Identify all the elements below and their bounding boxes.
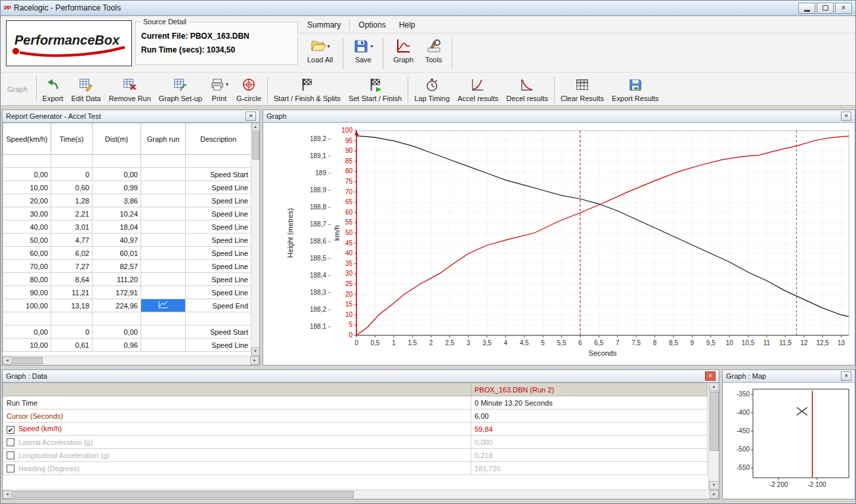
dropdown-arrow-icon[interactable]: ▾ <box>328 43 330 49</box>
report-cell-graph-run[interactable] <box>141 260 186 273</box>
report-row[interactable]: 60,006,0260,01Speed Line <box>3 247 251 260</box>
scrollbar-thumb[interactable] <box>12 357 43 364</box>
data-row[interactable]: Longitudinal Acceleration (g)0,218 <box>3 449 708 462</box>
data-cell-label[interactable]: Cursor (Seconds) <box>3 410 471 423</box>
report-cell-description[interactable]: Speed Line <box>186 247 251 260</box>
data-cell-label[interactable]: ✔Speed (km/h) <box>3 423 471 436</box>
report-cell-graph-run[interactable] <box>141 155 186 168</box>
graph-chart[interactable]: 00,511,522,533,544,555,566,577,588,599,5… <box>263 123 855 365</box>
report-cell-graph-run[interactable] <box>141 207 186 220</box>
data-horizontal-scrollbar[interactable]: ◄ ► <box>3 490 719 499</box>
data-row[interactable]: ✔Speed (km/h)59,84 <box>3 423 708 436</box>
data-cell-label[interactable]: Heading (Degrees) <box>3 462 471 475</box>
data-run-header[interactable]: PBOX_163.DBN (Run 2) <box>471 383 708 396</box>
report-cell-dist[interactable] <box>93 312 141 326</box>
report-cell-dist[interactable]: 111,20 <box>93 273 141 286</box>
report-column-dist-m[interactable]: Dist(m) <box>93 123 141 155</box>
report-cell-graph-run[interactable] <box>141 181 186 194</box>
report-cell-description[interactable]: Speed Line <box>186 220 251 234</box>
data-cell-value[interactable]: 59,84 <box>471 423 708 436</box>
toolbar-button-graph-set-up[interactable]: Graph Set-up <box>155 75 206 104</box>
report-cell-description[interactable]: Speed Start <box>186 168 251 181</box>
report-cell-graph-run[interactable] <box>141 220 186 234</box>
scroll-up-icon[interactable]: ▲ <box>251 123 260 131</box>
report-cell-graph-run[interactable] <box>141 286 186 299</box>
report-cell-description[interactable]: Speed Line <box>186 273 251 286</box>
report-cell-dist[interactable] <box>93 155 141 168</box>
scrollbar-thumb[interactable] <box>12 491 354 498</box>
scroll-down-icon[interactable]: ▼ <box>251 347 260 356</box>
report-cell-description[interactable]: Speed End <box>186 299 251 312</box>
report-cell-speed[interactable]: 30,00 <box>3 207 51 220</box>
report-cell-speed[interactable] <box>3 155 51 168</box>
report-cell-dist[interactable]: 18,04 <box>93 220 141 234</box>
report-column-speed-km-h[interactable]: Speed(km/h) <box>3 123 51 155</box>
toolbar-button-clear-results[interactable]: Clear Results <box>557 75 608 104</box>
data-row[interactable]: Run Time0 Minute 13.20 Seconds <box>3 396 708 410</box>
report-panel-titlebar[interactable]: Report Generator - Accel Test ✕ <box>3 110 259 123</box>
dropdown-arrow-icon[interactable]: ▾ <box>226 81 228 87</box>
report-cell-description[interactable]: Speed Line <box>186 260 251 273</box>
report-column-graph-run[interactable]: Graph run <box>141 123 186 155</box>
toolbar-button-print[interactable]: ▾Print <box>206 75 232 104</box>
report-cell-time[interactable]: 3,01 <box>51 220 93 234</box>
report-cell-time[interactable]: 0,61 <box>51 339 93 352</box>
report-cell-description[interactable]: Speed Line <box>186 339 251 352</box>
report-cell-speed[interactable]: 100,00 <box>3 299 51 312</box>
report-cell-time[interactable] <box>51 155 93 168</box>
toolbar-button-g-circle[interactable]: G-circle <box>232 75 265 104</box>
report-cell-speed[interactable]: 50,00 <box>3 234 51 247</box>
data-row[interactable]: Lateral Acceleration (g)0,000 <box>3 436 708 449</box>
maximize-button[interactable] <box>817 3 834 14</box>
report-cell-dist[interactable]: 40,97 <box>93 234 141 247</box>
toolbar-button-lap-timing[interactable]: Lap Timing <box>410 75 454 104</box>
report-row[interactable]: 30,002,2110,24Speed Line <box>3 207 251 220</box>
report-cell-dist[interactable]: 0,00 <box>93 168 141 181</box>
toolbar-button-accel-results[interactable]: Accel results <box>454 75 502 104</box>
report-horizontal-scrollbar[interactable]: ◄ ► <box>3 356 259 365</box>
dropdown-arrow-icon[interactable]: ▾ <box>370 43 373 49</box>
data-vertical-scrollbar[interactable]: ▲ ▼ <box>708 383 719 490</box>
data-cell-value[interactable]: 181,720 <box>471 462 708 475</box>
report-cell-speed[interactable]: 10,00 <box>3 181 51 194</box>
scroll-down-icon[interactable]: ▼ <box>709 481 719 490</box>
report-row[interactable]: 90,0011,21172,91Speed Line <box>3 286 251 299</box>
report-row[interactable]: 100,0013,18224,96Speed End <box>3 299 251 312</box>
report-cell-time[interactable]: 11,21 <box>51 286 93 299</box>
scroll-left-icon[interactable]: ◄ <box>3 490 12 499</box>
report-cell-speed[interactable]: 0,00 <box>3 326 51 339</box>
report-cell-dist[interactable]: 224,96 <box>93 299 141 312</box>
report-cell-dist[interactable]: 0,99 <box>93 181 141 194</box>
report-row[interactable]: 20,001,283,86Speed Line <box>3 194 251 207</box>
report-cell-speed[interactable]: 20,00 <box>3 194 51 207</box>
data-cell-label[interactable]: Run Time <box>3 396 471 410</box>
close-button[interactable]: ✕ <box>835 3 852 14</box>
scroll-up-icon[interactable]: ▲ <box>709 383 719 391</box>
report-cell-graph-run[interactable] <box>141 299 186 312</box>
graph-map-titlebar[interactable]: Graph : Map ✕ <box>723 370 855 383</box>
map-plot-area[interactable]: -350-400-450-500-550-2 200-2 100 <box>723 383 853 498</box>
menu-item-summary[interactable]: Summary <box>301 18 347 32</box>
report-row[interactable]: 0,0000,00Speed Start <box>3 168 251 181</box>
report-cell-dist[interactable]: 82,57 <box>93 260 141 273</box>
graph-data-titlebar[interactable]: Graph : Data ✕ <box>3 370 719 383</box>
report-cell-description[interactable]: Speed Line <box>186 194 251 207</box>
data-cell-value[interactable]: 0,218 <box>471 449 708 462</box>
report-cell-time[interactable] <box>51 312 93 326</box>
series-checkbox[interactable] <box>7 438 14 446</box>
report-cell-time[interactable]: 2,21 <box>51 207 93 220</box>
data-cell-value[interactable]: 0,000 <box>471 436 708 449</box>
report-cell-time[interactable]: 7,27 <box>51 260 93 273</box>
report-cell-dist[interactable]: 0,96 <box>93 339 141 352</box>
scroll-right-icon[interactable]: ► <box>250 356 259 365</box>
report-cell-speed[interactable]: 80,00 <box>3 273 51 286</box>
report-row[interactable]: 0,0000,00Speed Start <box>3 326 251 339</box>
data-cell-label[interactable]: Lateral Acceleration (g) <box>3 436 471 449</box>
data-row[interactable]: Heading (Degrees)181,720 <box>3 462 708 475</box>
report-row[interactable] <box>3 155 251 168</box>
report-cell-graph-run[interactable] <box>141 326 186 339</box>
report-column-description[interactable]: Description <box>186 123 251 155</box>
report-cell-graph-run[interactable] <box>141 247 186 260</box>
report-cell-speed[interactable] <box>3 312 51 326</box>
toolbar-button-save[interactable]: ▾Save <box>349 36 377 65</box>
